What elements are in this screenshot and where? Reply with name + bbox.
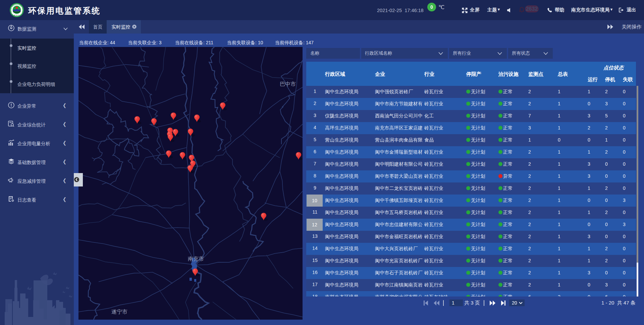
- svg-text:南充市: 南充市: [188, 256, 204, 262]
- svg-text:遂宁市: 遂宁市: [111, 309, 127, 315]
- svg-text:巴中市: 巴中市: [280, 81, 296, 87]
